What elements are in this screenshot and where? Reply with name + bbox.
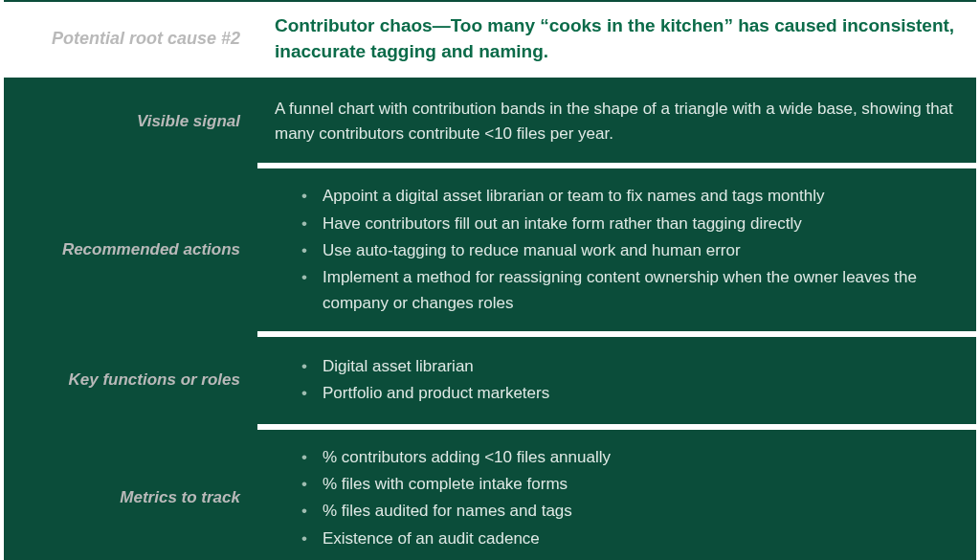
list-item: Existence of an audit cadence <box>301 526 957 551</box>
row-key-functions: Key functions or roles Digital asset lib… <box>4 337 976 424</box>
row-content-list: % contributors adding <10 files annually… <box>275 445 957 551</box>
row-metrics-to-track: Metrics to track % contributors adding <… <box>4 430 976 560</box>
row-label: Metrics to track <box>15 487 240 508</box>
list-item: % files with complete intake forms <box>301 472 957 497</box>
row-content-text: A funnel chart with contribution bands i… <box>275 97 957 146</box>
list-item: Use auto-tagging to reduce manual work a… <box>301 238 957 263</box>
row-gap <box>4 424 976 430</box>
list-item: % contributors adding <10 files annually <box>301 445 957 470</box>
list-item: Appoint a digital asset librarian or tea… <box>301 184 957 209</box>
row-label: Key functions or roles <box>15 370 240 391</box>
row-label: Recommended actions <box>15 239 240 260</box>
row-visible-signal: Visible signal A funnel chart with contr… <box>4 79 976 163</box>
header-title: Contributor chaos—Too many “cooks in the… <box>275 13 957 64</box>
header-row: Potential root cause #2 Contributor chao… <box>4 2 976 79</box>
row-label: Visible signal <box>15 111 240 132</box>
list-item: % files audited for names and tags <box>301 499 957 524</box>
root-cause-card: Potential root cause #2 Contributor chao… <box>0 0 980 560</box>
row-content-list: Digital asset librarian Portfolio and pr… <box>275 354 957 407</box>
list-item: Implement a method for reassigning conte… <box>301 265 957 316</box>
row-gap <box>4 331 976 337</box>
row-recommended-actions: Recommended actions Appoint a digital as… <box>4 168 976 331</box>
list-item: Digital asset librarian <box>301 354 957 379</box>
list-item: Have contributors fill out an intake for… <box>301 212 957 236</box>
row-gap <box>4 163 976 168</box>
row-content-list: Appoint a digital asset librarian or tea… <box>275 184 957 316</box>
header-label: Potential root cause #2 <box>15 27 240 50</box>
list-item: Portfolio and product marketers <box>301 381 957 406</box>
